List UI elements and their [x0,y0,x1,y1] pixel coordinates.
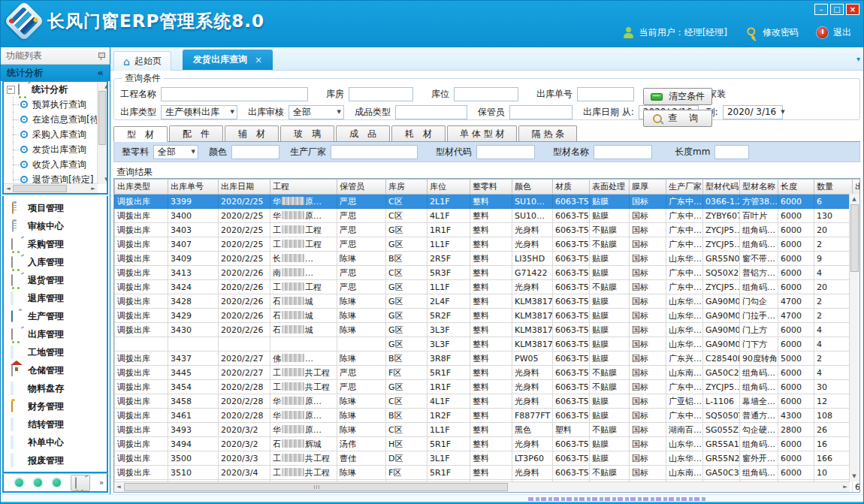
scroll-thumb[interactable] [13,185,67,192]
sidebar-item[interactable]: 仓储管理 [4,361,107,379]
material-tab[interactable]: 单 体 型 材 [447,125,517,141]
scroll-left-icon[interactable]: ◄ [114,482,123,491]
column-header[interactable]: 表面处理 [590,180,630,195]
table-row[interactable]: 调拨出库34132020/2/26南…严思C区5R3F整料G714226063-… [115,266,861,280]
whole-part-select[interactable]: 全部 [153,145,198,159]
table-row[interactable]: 调拨出库34242020/2/26工工程严思G区1L1F整料光身料6063-T5… [115,280,861,294]
column-header[interactable]: 膜厚 [630,180,666,195]
warehouse-input[interactable] [349,87,413,101]
table-row[interactable]: 调拨出库34452020/2/27工共工程严思F区5R1F整料光身料6063-T… [115,366,861,380]
chevron-double-right-icon[interactable]: » [99,479,104,486]
scroll-up-icon[interactable]: ▲ [102,82,108,91]
sidebar-item[interactable]: 生产管理 [4,307,107,325]
module-cart-button[interactable] [71,475,90,491]
column-header[interactable]: 出库单号 [168,180,219,195]
sidebar-group-header[interactable]: 统计分析 « [1,65,110,81]
minimize-button[interactable]: – [814,4,828,15]
column-header[interactable]: 型材名称 [740,180,778,195]
table-row[interactable]: 调拨出库34292020/2/26石城陈琳G区5R2F整料KLM38176063… [115,309,861,323]
column-header[interactable]: 型材代码 [703,180,740,195]
table-row[interactable]: 调拨出库35102020/3/4工共工程陈琳F区5R1F整料光身料6063-T5… [115,466,861,480]
table-row[interactable]: 调拨出库35002020/3/3工共工程曹佳D区3L1F整料LT3P606063… [115,451,861,466]
color-input[interactable] [231,145,279,159]
table-row[interactable]: 调拨出库34372020/2/27佛…陈琳B区3R8F整料PW056063-T5… [115,352,861,366]
project-name-input[interactable] [161,87,308,101]
table-row[interactable]: 调拨出库34932020/3/2华原…陈琳C区1L1F整料黑色塑料不贴膜国标湖南… [115,423,861,437]
tree-item[interactable]: 在途信息查询[待 [4,112,98,127]
maximize-button[interactable]: □ [830,4,844,15]
column-header[interactable]: 整零料 [470,180,512,195]
table-row[interactable]: 调拨出库34002020/2/25华原…严思C区4L1F整料SU10…6063-… [115,209,861,223]
change-password-link[interactable]: 修改密码 [763,26,799,39]
module-dot-icon[interactable] [34,478,42,487]
column-header[interactable]: 工程 [270,180,337,195]
order-no-input[interactable] [577,87,634,101]
search-button[interactable]: 查 询 [643,110,712,127]
sidebar-item[interactable]: 入库管理 [4,253,107,271]
profile-name-input[interactable] [594,145,652,159]
tree-horizontal-scrollbar[interactable]: ◄ ► [4,183,98,193]
column-header[interactable]: 材质 [553,180,590,195]
column-header[interactable]: 出库长度 [853,180,861,195]
table-row[interactable]: 调拨出库34072020/2/25工工程严思G区1L1F整料光身料6063-T5… [115,237,861,252]
table-row[interactable]: 调拨出库34282020/2/26石城陈琳G区2L4F整料KLM38176063… [115,294,861,309]
length-input[interactable] [714,145,749,159]
material-tab[interactable]: 耗 材 [391,125,446,141]
tab-home[interactable]: ⌂ 起始页 [113,51,171,71]
material-tab[interactable]: 成 品 [336,125,390,141]
tree-vertical-scrollbar[interactable]: ▲ ▼ [97,82,107,184]
scroll-right-icon[interactable]: ► [841,482,850,491]
pin-icon[interactable] [98,53,104,59]
column-header[interactable]: 库房 [386,180,427,195]
date-to-select[interactable]: 2020/ 3/16 [723,105,783,119]
material-tab[interactable]: 玻 璃 [280,125,334,141]
sidebar-item[interactable]: 退货管理 [4,271,107,289]
table-row[interactable]: 调拨出库34582020/2/28华原…陈琳C区4L1F整料光身料6063-T5… [115,394,861,409]
table-row[interactable]: 调拨出库34612020/2/28华原…陈琳B区1R2F整料F8877FT606… [115,409,861,423]
table-row[interactable]: 调拨出库34302020/2/26石城陈琳G区3L3F整料KLM38176063… [115,323,861,337]
table-row[interactable]: 调拨出库34032020/2/25工工程严思G区1R1F整料光身料6063-T5… [115,223,861,237]
material-tab[interactable]: 型 材 [113,126,168,142]
tree-item[interactable]: 发货出库查询 [4,142,98,157]
table-row[interactable]: 调拨出库34942020/3/2石辉城汤伟H区5R1F整料光身料6063-T5贴… [115,437,861,451]
sidebar-item[interactable]: 项目管理 [4,199,107,217]
profile-code-input[interactable] [476,145,535,159]
tree-item[interactable]: 退货查询[待定] [4,172,98,184]
module-dot-icon[interactable] [15,478,23,487]
column-header[interactable]: 库位 [427,180,470,195]
out-type-select[interactable]: 生产领料出库 [161,105,237,119]
sidebar-item[interactable]: 退库管理 [4,289,107,307]
module-dot-icon[interactable] [53,478,61,487]
scroll-thumb[interactable] [124,483,508,491]
audit-select[interactable]: 全部 [289,105,344,119]
tree-item[interactable]: 预算执行查询 [4,97,98,112]
close-icon[interactable]: × [255,55,262,65]
material-tab[interactable]: 隔 热 条 [518,125,577,141]
tree-item[interactable]: 采购入库查询 [4,127,98,142]
scroll-down-icon[interactable]: ▼ [850,472,859,481]
logout-link[interactable]: 退出 [833,26,851,39]
keeper-input[interactable] [509,105,572,119]
column-header[interactable]: 保管员 [337,180,386,195]
column-header[interactable]: 颜色 [512,180,553,195]
sidebar-item[interactable]: 补单中心 [4,433,107,451]
sidebar-item[interactable]: 物料盘存 [4,379,107,397]
table-row[interactable]: 调拨出库33992020/2/25华原…严思C区2L1F整料SU10…6063-… [115,195,861,209]
sidebar-item[interactable]: 报废管理 [4,451,107,469]
tree-root[interactable]: 统计分析 [4,82,98,97]
table-row[interactable]: 调拨出库34092020/2/25长…陈琳B区2R5F整料LI35HD6063-… [115,252,861,266]
column-header[interactable]: 出库日期 [219,180,270,195]
maker-input[interactable] [331,145,418,159]
column-header[interactable]: 长度 [778,180,814,195]
scroll-thumb[interactable] [98,91,106,145]
scroll-down-icon[interactable]: ▼ [102,175,108,184]
sidebar-item[interactable]: 审核中心 [4,217,107,235]
tab-shipping-query[interactable]: 发货出库查询 × [183,50,273,70]
sidebar-item[interactable]: 工地管理 [4,343,107,361]
table-row[interactable]: 调拨出库34542020/2/28工共工程严思G区1R1F整料光身料6063-T… [115,380,861,394]
collapse-icon[interactable]: « [98,65,104,81]
location-input[interactable] [454,87,518,101]
tab-overflow-icon[interactable]: ▾ [856,55,860,63]
sidebar-item[interactable]: 结转管理 [4,415,107,433]
column-header[interactable]: 出库类型 [115,180,168,195]
